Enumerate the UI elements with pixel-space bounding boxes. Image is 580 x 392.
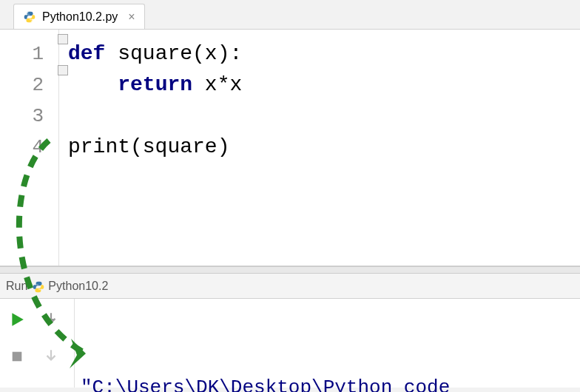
code-area[interactable]: def square(x): return x*x print(square) <box>59 30 580 266</box>
python-file-icon <box>23 10 36 24</box>
fold-start-icon[interactable] <box>58 34 68 44</box>
console-output[interactable]: "C:\Users\DK\Desktop\Python code <functi… <box>74 299 580 388</box>
run-console: "C:\Users\DK\Desktop\Python code <functi… <box>0 299 580 388</box>
console-controls <box>0 299 74 388</box>
file-tab[interactable]: Python10.2.py × <box>13 4 145 29</box>
svg-point-1 <box>31 21 32 21</box>
line-number <box>0 194 58 225</box>
code-text: square(x): <box>105 42 242 65</box>
python-run-icon <box>32 280 44 292</box>
run-button[interactable] <box>6 308 28 331</box>
line-number: 1 <box>0 38 58 70</box>
output-path: "C:\Users\DK\Desktop\Python code <box>81 376 450 392</box>
line-number: 4 <box>0 132 58 163</box>
pane-separator[interactable] <box>0 266 580 274</box>
fold-end-icon[interactable] <box>58 65 68 75</box>
run-config-name[interactable]: Python10.2 <box>48 280 108 293</box>
line-number: 3 <box>0 101 58 132</box>
scroll-down-icon[interactable] <box>40 308 62 331</box>
code-editor[interactable]: 1 2 3 4 def square(x): return x*x print(… <box>0 30 580 266</box>
code-text: (square) <box>130 135 229 158</box>
svg-rect-2 <box>13 352 22 362</box>
line-number: 2 <box>0 70 58 101</box>
tab-bar: Python10.2.py × <box>0 0 580 30</box>
scroll-down-disabled-icon <box>40 345 62 368</box>
file-tab-label: Python10.2.py <box>42 10 118 24</box>
stop-button[interactable] <box>6 345 28 368</box>
keyword-def: def <box>68 42 105 65</box>
keyword-return: return <box>118 73 192 96</box>
editor-gutter: 1 2 3 4 <box>0 30 59 266</box>
run-label: Run <box>6 280 27 293</box>
function-call: print <box>68 135 130 158</box>
run-tool-header: Run Python10.2 <box>0 274 580 299</box>
line-number <box>0 163 58 194</box>
code-text: x*x <box>192 73 242 96</box>
close-tab-icon[interactable]: × <box>128 10 135 24</box>
svg-point-0 <box>27 12 28 13</box>
